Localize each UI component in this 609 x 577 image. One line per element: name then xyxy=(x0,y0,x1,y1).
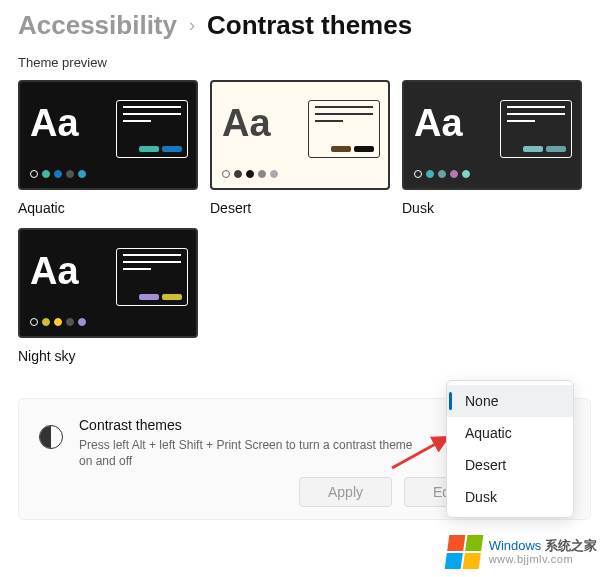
apply-button[interactable]: Apply xyxy=(299,477,392,507)
theme-dropdown[interactable]: None Aquatic Desert Dusk xyxy=(446,380,574,518)
breadcrumb-parent[interactable]: Accessibility xyxy=(18,10,177,41)
preview-sample-text: Aa xyxy=(30,252,79,290)
watermark-brand-en: Windows xyxy=(489,538,542,553)
contrast-icon xyxy=(39,425,63,449)
theme-nightsky[interactable]: Aa Night sky xyxy=(18,228,198,364)
theme-previews: Aa Aquatic Aa Desert Aa Dusk Aa Night sk… xyxy=(0,76,609,368)
theme-name: Desert xyxy=(210,200,390,216)
breadcrumb: Accessibility › Contrast themes xyxy=(0,0,609,49)
preview-sample-text: Aa xyxy=(414,104,463,142)
dropdown-item-aquatic[interactable]: Aquatic xyxy=(447,417,573,449)
watermark-url: www.bjjmlv.com xyxy=(489,553,597,565)
dropdown-item-none[interactable]: None xyxy=(447,385,573,417)
theme-name: Aquatic xyxy=(18,200,198,216)
theme-name: Dusk xyxy=(402,200,582,216)
theme-name: Night sky xyxy=(18,348,198,364)
preview-sample-text: Aa xyxy=(222,104,271,142)
chevron-right-icon: › xyxy=(189,15,195,36)
preview-sample-text: Aa xyxy=(30,104,79,142)
dropdown-item-desert[interactable]: Desert xyxy=(447,449,573,481)
theme-dusk[interactable]: Aa Dusk xyxy=(402,80,582,216)
page-title: Contrast themes xyxy=(207,10,412,41)
dropdown-item-dusk[interactable]: Dusk xyxy=(447,481,573,513)
panel-subtitle: Press left Alt + left Shift + Print Scre… xyxy=(79,437,429,469)
watermark: Windows 系统之家 www.bjjmlv.com xyxy=(439,533,605,571)
windows-logo-icon xyxy=(444,535,483,569)
watermark-brand-cn: 系统之家 xyxy=(545,538,597,553)
theme-aquatic[interactable]: Aa Aquatic xyxy=(18,80,198,216)
panel-title: Contrast themes xyxy=(79,417,429,433)
theme-preview-label: Theme preview xyxy=(0,49,609,76)
theme-desert[interactable]: Aa Desert xyxy=(210,80,390,216)
